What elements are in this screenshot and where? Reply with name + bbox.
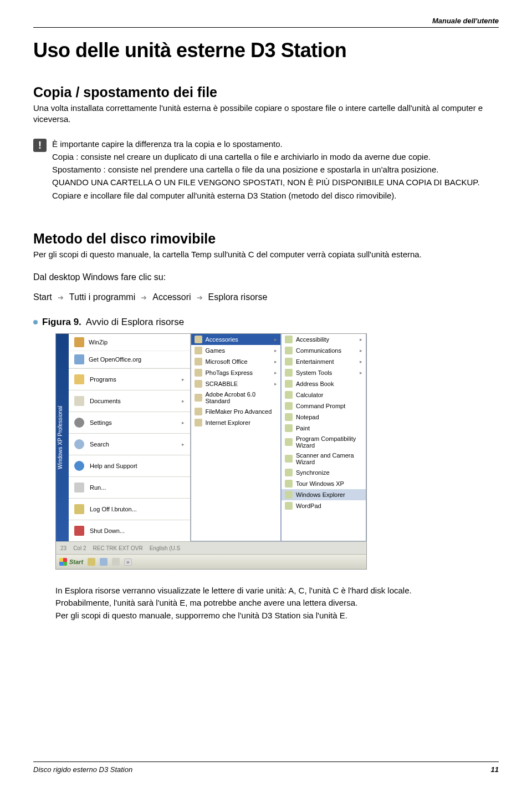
accessories-menu-item[interactable]: Communications▸ [282,345,366,356]
footer-left: Disco rigido esterno D3 Station [33,765,132,774]
menu-item-label: Command Prompt [296,403,345,409]
folder-icon [195,358,202,365]
after-p1: In Esplora risorse verranno visualizzate… [55,585,499,596]
accessories-submenu: Accessibility▸Communications▸Entertainme… [281,334,366,541]
start-item-label: WinZip [89,339,108,346]
accessories-menu-item[interactable]: Tour Windows XP [282,478,366,489]
program-icon [285,347,293,354]
arrow-icon: ➔ [58,293,64,302]
alert-icon: ! [33,139,47,152]
start-item[interactable]: Programs▸ [69,368,190,390]
program-icon [285,402,293,410]
menu-item-label: Scanner and Camera Wizard [296,452,362,465]
accessories-menu-item[interactable]: Entertainment▸ [282,356,366,367]
menu-item-label: Internet Explorer [206,419,250,426]
submenu-arrow-icon: ▸ [182,377,185,382]
start-menu-column: WinZip Get OpenOffice.org Programs▸Docum… [69,334,191,541]
accessories-menu-item[interactable]: Scanner and Camera Wizard [282,450,366,467]
accessories-menu-item[interactable]: System Tools▸ [282,367,366,378]
start-item[interactable]: Settings▸ [69,412,190,433]
taskbar-icon[interactable] [112,558,120,566]
program-icon [285,502,293,510]
menu-item-label: Paint [296,425,310,431]
programs-menu-item[interactable]: Games▸ [191,345,281,356]
start-item[interactable]: Search▸ [69,433,190,455]
figure-label: Figura 9. [42,317,81,328]
status-lang: English (U.S [150,545,181,551]
figure-caption-text: Avvio di Esplora risorse [86,317,184,328]
program-icon [285,380,293,388]
start-item[interactable]: WinZip [69,334,190,351]
menu-item-label: FileMaker Pro Advanced [206,408,272,415]
menu-item-label: Notepad [296,414,319,420]
start-button-label: Start [69,558,83,565]
accessories-menu-item[interactable]: Notepad [282,412,366,423]
programs-menu-item[interactable]: PhoTags Express▸ [191,367,281,378]
accessories-menu-item[interactable]: Command Prompt [282,400,366,412]
taskbar-expand[interactable]: » [124,558,132,566]
start-item[interactable]: Shut Down... [69,520,190,541]
nav-path: Start ➔ Tutti i programmi ➔ Accessori ➔ … [33,292,499,302]
menu-item-label: Windows Explorer [296,491,345,498]
app-icon [74,337,84,347]
accessories-menu-item[interactable]: Synchronize [282,467,366,478]
menu-item-label: System Tools [296,369,332,376]
taskbar: Start » [56,554,366,569]
alert-p5: Copiare e incollare file dal computer al… [52,190,480,201]
accessories-menu-item[interactable]: Address Book [282,378,366,389]
start-button[interactable]: Start [59,558,83,566]
submenu-arrow-icon: ▸ [182,420,185,425]
menu-item-label: Entertainment [296,358,334,365]
after-p2: Probabilmente, l'unità sarà l'unità E, m… [55,597,499,608]
after-p3: Per gli scopi di questo manuale, supporr… [55,610,499,621]
help-icon [74,461,84,471]
program-icon [285,424,293,432]
app-icon [74,354,84,364]
start-item-label: Programs [90,376,116,383]
menu-item-label: Accessories [206,336,238,343]
menu-item-label: Tour Windows XP [296,480,344,487]
figure-caption: Figura 9. Avvio di Esplora risorse [33,317,499,328]
programs-menu-item[interactable]: Microsoft Office▸ [191,356,281,367]
power-icon [74,526,84,536]
taskbar-icon[interactable] [88,558,95,566]
accessories-menu-item[interactable]: Calculator [282,389,366,400]
start-item-label: Settings [90,419,112,426]
start-item[interactable]: Get OpenOffice.org [69,351,190,368]
path-programs: Tutti i programmi [69,292,135,302]
submenu-arrow-icon: ▸ [360,348,362,353]
submenu-arrow-icon: ▸ [182,441,185,447]
start-item-label: Run... [90,484,106,491]
start-item[interactable]: Help and Support [69,455,190,476]
programs-menu-item[interactable]: FileMaker Pro Advanced [191,406,281,417]
accessories-menu-item[interactable]: WordPad [282,500,366,511]
submenu-arrow-icon: ▸ [274,348,277,353]
program-icon [285,336,293,343]
start-item[interactable]: Documents▸ [69,390,190,412]
accessories-menu-item[interactable]: Windows Explorer [282,489,366,500]
taskbar-icon[interactable] [100,558,108,566]
folder-icon [195,394,202,402]
menu-item-label: WordPad [296,502,321,509]
program-icon [285,358,293,365]
start-item[interactable]: Log Off l.bruton... [69,498,190,520]
alert-p1: È importante capire la differenza tra la… [52,139,480,150]
accessories-menu-item[interactable]: Accessibility▸ [282,334,366,345]
folder-icon [195,347,202,354]
folder-icon [195,336,202,343]
section1-intro: Una volta installata correttamente l'uni… [33,103,499,125]
programs-menu-item[interactable]: Accessories▸ [191,334,281,345]
programs-menu-item[interactable]: Internet Explorer [191,417,281,428]
desktop-note: Dal desktop Windows fare clic su: [33,272,499,282]
status-col: Col 2 [73,545,86,551]
bullet-icon [33,320,38,324]
accessories-menu-item[interactable]: Paint [282,423,366,434]
status-flags: REC TRK EXT OVR [93,545,142,551]
alert-p4: QUANDO UNA CARTELLA O UN FILE VENGONO SP… [52,177,480,188]
submenu-arrow-icon: ▸ [360,359,362,364]
programs-menu-item[interactable]: SCRABBLE▸ [191,378,281,389]
programs-menu-item[interactable]: Adobe Acrobat 6.0 Standard [191,389,281,406]
folder-icon [195,408,202,415]
accessories-menu-item[interactable]: Program Compatibility Wizard [282,434,366,450]
start-item[interactable]: Run... [69,476,190,498]
